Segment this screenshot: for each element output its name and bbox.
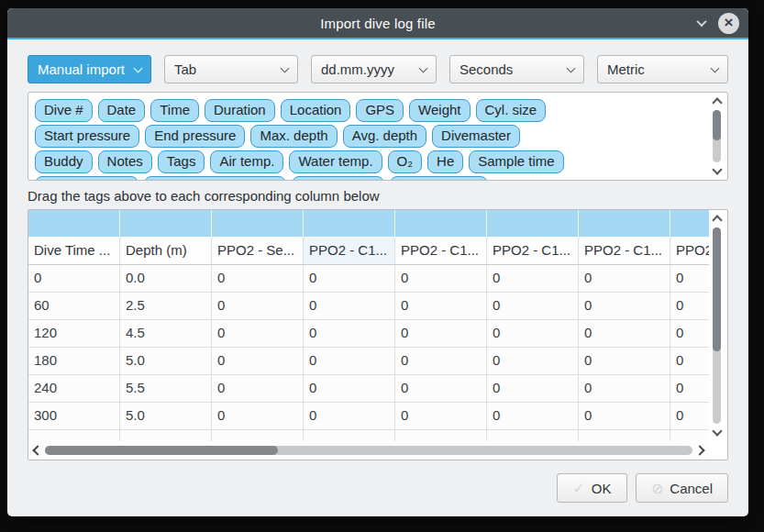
tag-start-pressure[interactable]: Start pressure [35,125,139,148]
table-cell: 0 [487,320,579,348]
column-header-cell[interactable]: PPO2 [670,238,709,265]
tag-location[interactable]: Location [281,99,351,122]
tag-max-depth[interactable]: Max. depth [250,125,337,148]
tag-weight[interactable]: Weight [409,99,470,122]
table-cell: 2.5 [120,293,212,320]
tag-duration[interactable]: Duration [205,99,275,122]
column-header-cell[interactable]: PPO2 - C1... [395,238,487,265]
duration-format-select[interactable]: Seconds [449,55,584,83]
table-row [28,430,709,441]
table-cell: 0 [487,375,579,403]
date-format-select[interactable]: dd.mm.yyyy [311,55,437,83]
column-header-cell[interactable]: Depth (m) [120,238,212,265]
table-header-row: Dive Time ...Depth (m)PPO2 - Se...PPO2 -… [28,238,709,265]
tag-he[interactable]: He [427,150,463,173]
import-mode-select[interactable]: Manual import [28,55,151,83]
scroll-down-icon[interactable] [712,164,722,174]
scrollbar-track[interactable] [713,227,721,424]
scroll-up-icon[interactable] [712,215,722,225]
table-cell: 0 [28,265,120,293]
table-cell: 5.0 [120,403,212,430]
table-cell: 240 [28,375,120,403]
window-title: Import dive log file [7,16,748,31]
table-cell [304,430,395,441]
column-drop-cell[interactable] [579,210,670,238]
tag-dive-[interactable]: Dive # [35,99,93,122]
table-cell: 0 [487,293,579,320]
tag-sample-temperature[interactable]: Sample temperature [144,176,287,181]
table-cell: 0 [670,403,709,430]
chevron-down-icon [281,63,290,72]
tag-tags[interactable]: Tags [158,150,205,173]
drop-target-row [28,210,709,238]
tag-o-[interactable]: O₂ [388,150,423,173]
table-cell: 0.0 [120,265,212,293]
shade-chevron-down-icon[interactable] [696,17,706,27]
ok-label: OK [592,481,612,496]
table-vertical-scrollbar[interactable] [709,212,725,439]
column-drop-cell[interactable] [212,210,304,238]
cancel-label: Cancel [670,481,713,496]
tag-notes[interactable]: Notes [98,150,152,173]
scroll-left-icon[interactable] [32,445,42,455]
scroll-down-icon[interactable] [712,426,722,436]
column-drop-cell[interactable] [28,210,120,238]
table-cell: 0 [304,265,395,293]
tag-end-pressure[interactable]: End pressure [145,125,245,148]
tag-time[interactable]: Time [150,99,199,122]
table-row: 2405.5000000 [28,375,709,403]
drag-instruction-label: Drag the tags above to each correspondin… [28,188,728,204]
tag-cyl-size[interactable]: Cyl. size [476,99,547,122]
tag-buddy[interactable]: Buddy [35,150,93,173]
tag-date[interactable]: Date [98,99,146,122]
cancel-button[interactable]: ⊘Cancel [636,473,728,503]
tag-pool-scrollbar[interactable] [709,94,725,178]
table-cell: 0 [579,320,670,348]
column-drop-cell[interactable] [670,210,709,238]
column-drop-cell[interactable] [395,210,487,238]
format-toolbar: Manual import Tab dd.mm.yyyy Seconds Met… [28,55,728,83]
titlebar[interactable]: Import dive log file × [7,8,748,39]
check-icon: ✓ [572,480,584,497]
column-drop-cell[interactable] [487,210,579,238]
scrollbar-track[interactable] [45,446,692,455]
table-cell: 0 [670,265,709,293]
column-drop-cell[interactable] [304,210,395,238]
tag-sample-depth[interactable]: Sample depth [35,176,138,181]
chevron-down-icon [419,63,428,72]
column-header-cell[interactable]: PPO2 - Se... [212,238,304,265]
table-cell: 120 [28,320,120,348]
tag-sample-time[interactable]: Sample time [469,150,563,173]
scroll-right-icon[interactable] [694,445,704,455]
ok-button[interactable]: ✓OK [557,473,627,503]
column-header-cell[interactable]: PPO2 - C1... [579,238,670,265]
tag-water-temp-[interactable]: Water temp. [289,150,382,173]
tag-gps[interactable]: GPS [356,99,404,122]
scroll-up-icon[interactable] [712,97,722,107]
close-button[interactable]: × [718,13,739,34]
chevron-down-icon [134,63,143,72]
scrollbar-track[interactable] [713,110,721,162]
column-header-cell[interactable]: Dive Time ... [28,238,120,265]
field-separator-select[interactable]: Tab [164,55,298,83]
column-header-cell[interactable]: PPO2 - C1... [487,238,579,265]
tag-sample-cns[interactable]: Sample CNS [390,176,488,181]
table-cell: 0 [212,320,304,348]
scrollbar-thumb[interactable] [45,446,278,455]
tag-sample-po-[interactable]: Sample pO₂ [292,176,384,181]
table-cell: 0 [395,375,487,403]
table-cell [487,430,579,441]
dialog-content: Manual import Tab dd.mm.yyyy Seconds Met… [7,39,748,503]
table-cell: 5.0 [120,348,212,375]
table-row: 3005.0000000 [28,403,709,430]
units-select[interactable]: Metric [597,55,728,83]
column-drop-cell[interactable] [120,210,212,238]
scrollbar-thumb[interactable] [713,227,721,351]
tag-divemaster[interactable]: Divemaster [432,125,520,148]
tag-air-temp-[interactable]: Air temp. [210,150,283,173]
table-row: 1805.0000000 [28,348,709,375]
tag-avg-depth[interactable]: Avg. depth [343,125,426,148]
scrollbar-thumb[interactable] [713,110,721,140]
column-header-cell[interactable]: PPO2 - C1... [304,238,395,265]
table-horizontal-scrollbar[interactable] [28,441,709,460]
